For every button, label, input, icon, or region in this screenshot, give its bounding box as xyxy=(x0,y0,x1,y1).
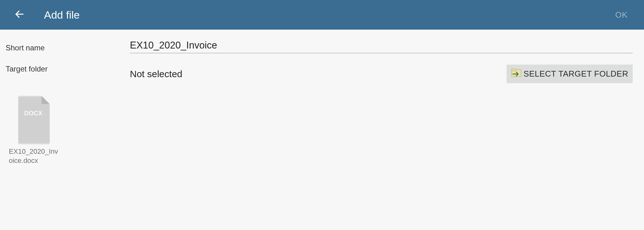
target-folder-label: Target folder xyxy=(6,53,130,73)
target-folder-status: Not selected xyxy=(130,69,507,79)
page-title: Add file xyxy=(44,9,611,21)
file-badge-text: DOCX xyxy=(24,110,42,117)
app-header: Add file OK xyxy=(0,0,644,30)
document-icon: DOCX xyxy=(14,96,52,146)
file-name: EX10_2020_Invoice.docx xyxy=(6,147,61,165)
file-preview-area: DOCX EX10_2020_Invoice.docx xyxy=(0,83,644,165)
ok-button[interactable]: OK xyxy=(611,8,631,22)
select-target-folder-button[interactable]: SELECT TARGET FOLDER xyxy=(507,65,633,83)
short-name-label: Short name xyxy=(6,30,130,52)
select-target-folder-label: SELECT TARGET FOLDER xyxy=(524,69,628,79)
svg-rect-2 xyxy=(512,69,515,71)
row-short-name: Short name xyxy=(0,30,644,53)
short-name-input[interactable] xyxy=(130,30,633,53)
file-tile[interactable]: DOCX EX10_2020_Invoice.docx xyxy=(6,96,61,165)
arrow-left-icon xyxy=(14,9,25,21)
form-content: Short name Target folder Not selected xyxy=(0,30,644,165)
back-button[interactable] xyxy=(13,8,26,22)
folder-arrow-icon xyxy=(511,68,522,80)
row-target-folder: Target folder Not selected SELECT TARGET… xyxy=(0,53,644,83)
